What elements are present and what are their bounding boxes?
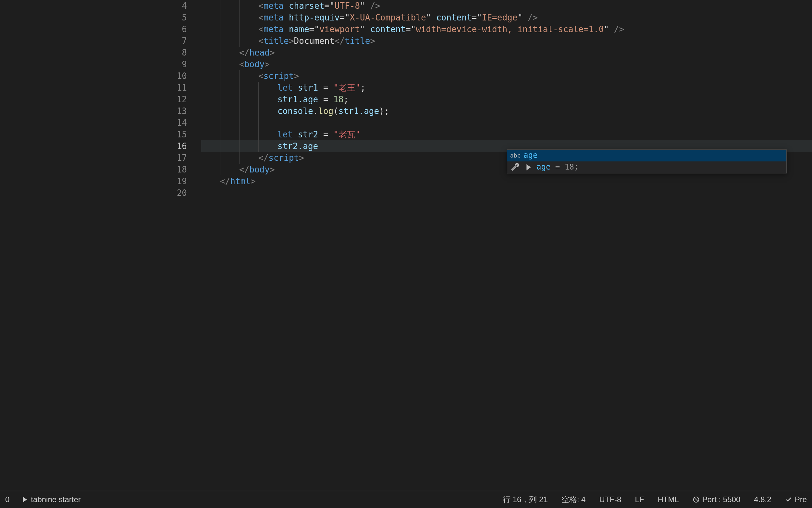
status-problems[interactable]: 0 [3, 491, 11, 508]
code-line[interactable]: <script> [201, 70, 812, 82]
code-line[interactable]: <meta name="viewport" content="width=dev… [201, 24, 812, 35]
code-line[interactable] [201, 187, 812, 199]
suggestion-item[interactable]: abc age [507, 150, 786, 161]
code-line[interactable]: </html> [201, 175, 812, 187]
line-number: 5 [0, 12, 201, 24]
editor-area[interactable]: 4567891011121314151617181920 <meta chars… [0, 0, 812, 491]
line-number: 16 [0, 140, 201, 152]
line-number: 8 [0, 47, 201, 58]
code-line[interactable] [201, 117, 812, 129]
line-number: 17 [0, 152, 201, 164]
code-line[interactable]: let str1 = "老王"; [201, 82, 812, 93]
status-live-server[interactable]: Port : 5500 [690, 491, 742, 508]
text-icon: abc [511, 152, 520, 160]
code-line[interactable]: console.log(str1.age); [201, 105, 812, 117]
code-line[interactable]: <meta http-equiv="X-UA-Compatible" conte… [201, 12, 812, 24]
line-number: 19 [0, 175, 201, 187]
code-line[interactable]: </head> [201, 47, 812, 58]
status-eol[interactable]: LF [633, 491, 646, 508]
intellisense-popup[interactable]: abc age age = 18; [507, 150, 787, 173]
broadcast-icon [692, 496, 700, 503]
line-number: 9 [0, 58, 201, 70]
status-tabnine-label: tabnine starter [31, 494, 81, 505]
code-line[interactable]: str1.age = 18; [201, 93, 812, 105]
suggestion-item[interactable]: age = 18; [507, 161, 786, 173]
tabnine-icon [523, 163, 533, 171]
code-line[interactable]: <title>Document</title> [201, 35, 812, 47]
code-content[interactable]: <meta charset="UTF-8" /> <meta http-equi… [201, 0, 812, 491]
line-number: 15 [0, 129, 201, 140]
code-line[interactable]: let str2 = "老瓦" [201, 129, 812, 140]
code-line[interactable]: <meta charset="UTF-8" /> [201, 0, 812, 12]
status-problems-count: 0 [5, 494, 9, 505]
status-indentation[interactable]: 空格: 4 [560, 491, 588, 508]
line-number: 11 [0, 82, 201, 93]
line-number: 7 [0, 35, 201, 47]
line-number: 14 [0, 117, 201, 129]
tabnine-icon [21, 496, 28, 503]
status-bar: 0 tabnine starter 行 16，列 21 空格: 4 UTF-8 … [0, 491, 812, 508]
suggestion-label: age [523, 151, 537, 160]
line-number: 6 [0, 24, 201, 35]
svg-marker-0 [526, 164, 531, 171]
line-number: 18 [0, 164, 201, 175]
status-prettier[interactable]: Pre [783, 491, 809, 508]
line-number: 20 [0, 187, 201, 199]
status-cursor-position[interactable]: 行 16，列 21 [501, 491, 550, 508]
status-language[interactable]: HTML [656, 491, 680, 508]
line-number-gutter: 4567891011121314151617181920 [0, 0, 201, 491]
svg-marker-1 [23, 497, 27, 503]
wrench-icon [511, 163, 520, 171]
line-number: 12 [0, 93, 201, 105]
check-icon [785, 496, 792, 503]
status-tabnine[interactable]: tabnine starter [19, 491, 83, 508]
code-line[interactable]: <body> [201, 58, 812, 70]
status-encoding[interactable]: UTF-8 [597, 491, 623, 508]
line-number: 4 [0, 0, 201, 12]
line-number: 13 [0, 105, 201, 117]
svg-line-3 [694, 497, 699, 502]
suggestion-label: age = 18; [536, 162, 579, 172]
status-version[interactable]: 4.8.2 [752, 491, 773, 508]
line-number: 10 [0, 70, 201, 82]
